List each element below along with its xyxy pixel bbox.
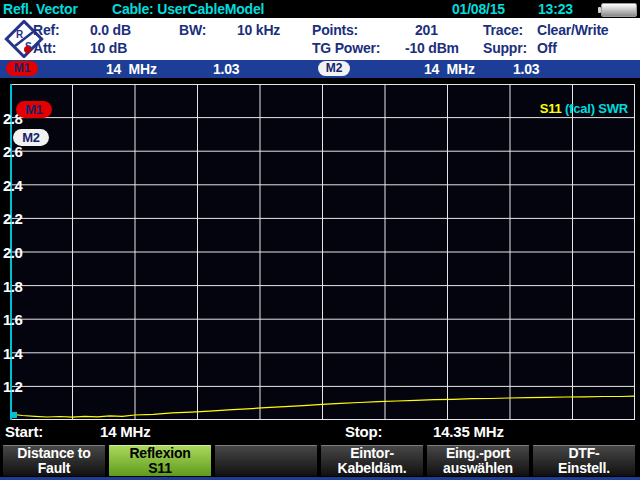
marker1-value: 1.03: [213, 61, 239, 77]
frequency-axis-bar: Start: 14 MHz Stop: 14.35 MHz: [0, 420, 640, 444]
y-axis-label: 1.8: [3, 278, 37, 295]
marker1-graph-badge: M1: [16, 101, 52, 118]
y-axis-label: 1.2: [3, 378, 37, 395]
bw-label: BW:: [179, 22, 206, 38]
trace-mode-label: Trace:: [483, 22, 523, 38]
swr-chart: S11 (fcal) SWR M1 M2: [10, 84, 635, 420]
att-value: 10 dB: [90, 40, 127, 56]
softkey-bar: Distance to FaultReflexion S11Eintor- Ka…: [0, 444, 640, 477]
tg-power-value: -10 dBm: [405, 40, 459, 56]
ref-label: Ref:: [33, 22, 59, 38]
points-label: Points:: [312, 22, 358, 38]
softkey-dtf-einstell[interactable]: DTF- Einstell.: [532, 445, 636, 477]
start-label: Start:: [5, 423, 43, 440]
marker1-frequency: 14 MHz: [106, 61, 157, 77]
marker1-badge: M1: [6, 61, 38, 76]
trace-title: S11 (fcal) SWR: [519, 86, 628, 131]
softkey-eintor-kabeldaem[interactable]: Eintor- Kabeldäm.: [320, 445, 424, 477]
marker2-badge: M2: [318, 61, 350, 76]
header-bar: Refl. Vector Cable: UserCableModel 01/08…: [0, 0, 640, 18]
softkey-reflexion-s11[interactable]: Reflexion S11: [108, 445, 212, 477]
suppr-label: Suppr:: [483, 40, 527, 56]
att-label: Att:: [33, 40, 56, 56]
settings-panel: R S Ref: 0.0 dB BW: 10 kHz Points: 201 T…: [0, 18, 640, 60]
y-axis-label: 1.4: [3, 345, 37, 362]
mode-title: Refl. Vector: [3, 1, 78, 17]
marker2-graph-badge: M2: [13, 129, 49, 146]
start-value: 14 MHz: [100, 423, 150, 440]
softkey-distance-to-fault[interactable]: Distance to Fault: [2, 445, 106, 477]
instrument-screen: Refl. Vector Cable: UserCableModel 01/08…: [0, 0, 640, 480]
softkey-empty[interactable]: [214, 445, 318, 477]
tg-power-label: TG Power:: [312, 40, 380, 56]
points-value: 201: [415, 22, 438, 38]
marker-readout-bar: M1 14 MHz 1.03 M2 14 MHz 1.03: [0, 60, 640, 78]
trace-title-s11: S11: [540, 101, 565, 116]
trace-title-detector: (fcal) SWR: [565, 101, 628, 116]
svg-text:R: R: [16, 29, 24, 40]
battery-icon: [601, 3, 637, 17]
time-label: 13:23: [538, 1, 573, 17]
marker2-frequency: 14 MHz: [424, 61, 475, 77]
softkey-eing-port-auswaehlen[interactable]: Eing.-port auswählen: [426, 445, 530, 477]
swr-plot-canvas: [10, 84, 635, 420]
bw-value: 10 kHz: [237, 22, 280, 38]
y-axis-label: 2.4: [3, 177, 37, 194]
stop-value: 14.35 MHz: [433, 423, 504, 440]
y-axis-label: 1.6: [3, 311, 37, 328]
stop-label: Stop:: [345, 423, 382, 440]
ref-value: 0.0 dB: [90, 22, 131, 38]
suppr-value: Off: [537, 40, 557, 56]
att-active-bullet-icon: [24, 46, 31, 53]
marker2-value: 1.03: [513, 61, 539, 77]
date-label: 01/08/15: [452, 1, 505, 17]
y-axis-label: 2.2: [3, 210, 37, 227]
y-axis-label: 2.0: [3, 244, 37, 261]
cable-model-label: Cable: UserCableModel: [112, 1, 264, 17]
trace-mode-value: Clear/Write: [537, 22, 608, 38]
